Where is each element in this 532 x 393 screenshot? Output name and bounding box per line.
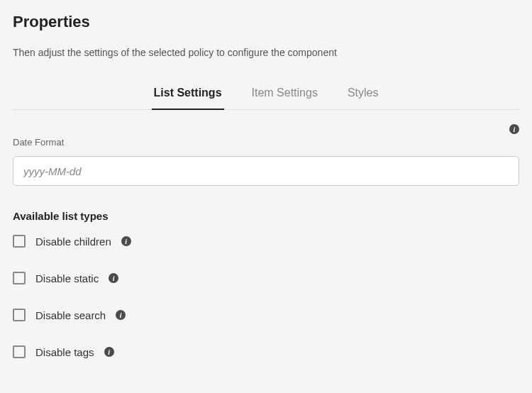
date-format-field: i Date Format	[13, 124, 519, 186]
checkbox-label: Disable children	[35, 236, 111, 248]
info-icon[interactable]: i	[104, 347, 114, 357]
list-item: Disable tags i	[13, 345, 519, 358]
disable-static-checkbox[interactable]	[13, 272, 26, 284]
list-item: Disable search i	[13, 309, 519, 321]
tabs-container: List Settings Item Settings Styles	[13, 87, 519, 110]
info-icon[interactable]: i	[109, 273, 118, 283]
checkbox-label: Disable tags	[35, 346, 94, 358]
info-icon[interactable]: i	[509, 124, 519, 134]
tab-item-settings[interactable]: Item Settings	[252, 87, 318, 109]
disable-tags-checkbox[interactable]	[13, 345, 26, 358]
list-item: Disable static i	[13, 272, 519, 284]
disable-children-checkbox[interactable]	[13, 235, 26, 248]
checkbox-label: Disable search	[35, 309, 106, 321]
list-item: Disable children i	[13, 235, 519, 248]
page-title: Properties	[13, 13, 519, 31]
info-icon[interactable]: i	[116, 310, 126, 320]
tab-list-settings[interactable]: List Settings	[154, 87, 222, 109]
info-icon[interactable]: i	[121, 236, 131, 246]
list-types-heading: Available list types	[13, 210, 519, 222]
disable-search-checkbox[interactable]	[13, 309, 26, 321]
date-format-input[interactable]	[13, 156, 519, 186]
tab-styles[interactable]: Styles	[348, 87, 379, 109]
checkbox-label: Disable static	[35, 272, 99, 284]
date-format-label: Date Format	[13, 137, 519, 148]
page-subtitle: Then adjust the settings of the selected…	[13, 47, 519, 58]
